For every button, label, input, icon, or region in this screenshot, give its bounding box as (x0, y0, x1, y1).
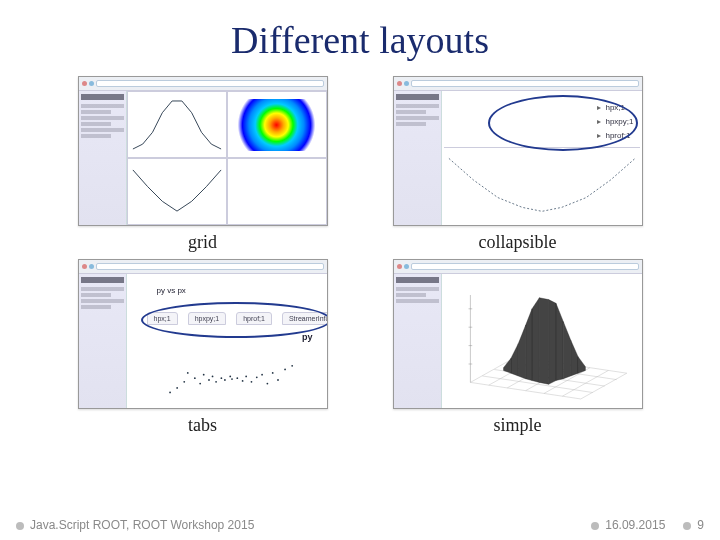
svg-point-2 (183, 381, 185, 383)
screenshot-grid (78, 76, 328, 226)
svg-point-1 (176, 387, 178, 389)
svg-point-12 (229, 376, 231, 378)
svg-marker-37 (539, 298, 548, 384)
plot-parabola (444, 147, 640, 222)
svg-marker-42 (518, 325, 525, 378)
svg-marker-43 (563, 322, 570, 379)
caption-grid: grid (188, 232, 217, 253)
caption-collapsible: collapsible (479, 232, 557, 253)
svg-marker-44 (510, 344, 517, 376)
caption-simple: simple (494, 415, 542, 436)
plot-gaussian (127, 91, 227, 158)
tab-header: py vs px (157, 286, 186, 295)
browser-chrome (79, 77, 327, 91)
svg-point-4 (193, 377, 195, 379)
plot-empty (227, 158, 327, 225)
svg-point-15 (241, 380, 243, 382)
svg-point-5 (199, 383, 201, 385)
caption-tabs: tabs (188, 415, 217, 436)
footer-date: 16.09.2015 (591, 518, 665, 532)
svg-point-17 (250, 381, 252, 383)
plot-scatter (157, 357, 307, 401)
sidebar (394, 91, 442, 225)
footer-left: Java.Script ROOT, ROOT Workshop 2015 (16, 518, 254, 532)
panel-grid: grid (60, 76, 345, 253)
svg-marker-40 (525, 309, 531, 381)
svg-point-7 (208, 379, 210, 381)
panel-simple: simple (375, 259, 660, 436)
browser-chrome (394, 77, 642, 91)
svg-point-19 (261, 374, 263, 376)
browser-chrome (79, 260, 327, 274)
plot-profile (127, 158, 227, 225)
svg-point-24 (291, 365, 293, 367)
scatter-axis-label: py (302, 332, 313, 342)
screenshot-simple (393, 259, 643, 409)
sidebar (79, 274, 127, 408)
annotation-ellipse (488, 95, 638, 151)
svg-point-16 (245, 376, 247, 378)
plot-3d-lego (452, 280, 636, 402)
annotation-ellipse (141, 302, 328, 338)
svg-point-13 (231, 378, 233, 380)
svg-marker-45 (570, 340, 577, 376)
svg-marker-47 (578, 357, 585, 374)
heatmap-icon (237, 99, 315, 151)
svg-point-8 (211, 376, 213, 378)
svg-point-9 (215, 381, 217, 383)
svg-marker-41 (555, 303, 562, 380)
svg-line-25 (470, 382, 580, 399)
svg-point-18 (255, 377, 257, 379)
screenshot-tabs: py vs px hpx;1 hpxpy;1 hprof;1 StreamerI… (78, 259, 328, 409)
browser-chrome (394, 260, 642, 274)
svg-point-0 (169, 392, 171, 394)
svg-point-22 (277, 379, 279, 381)
plot-heatmap (227, 91, 327, 158)
panel-collapsible: hpx;1 hpxpy;1 hprof;1 collapsible (375, 76, 660, 253)
svg-point-6 (202, 374, 204, 376)
svg-point-21 (271, 372, 273, 374)
svg-point-23 (284, 369, 286, 371)
sidebar (394, 274, 442, 408)
svg-marker-39 (532, 298, 539, 383)
svg-point-14 (236, 377, 238, 379)
footer-page: 9 (683, 518, 704, 532)
panel-tabs: py vs px hpx;1 hpxpy;1 hprof;1 StreamerI… (60, 259, 345, 436)
svg-point-3 (186, 372, 188, 374)
svg-marker-46 (503, 358, 510, 373)
svg-point-11 (224, 379, 226, 381)
slide-footer: Java.Script ROOT, ROOT Workshop 2015 16.… (0, 518, 720, 532)
svg-point-10 (220, 377, 222, 379)
layout-grid: grid hpx;1 hpxpy;1 hprof;1 (0, 76, 720, 436)
page-title: Different layouts (0, 18, 720, 62)
svg-marker-38 (548, 300, 555, 385)
screenshot-collapsible: hpx;1 hpxpy;1 hprof;1 (393, 76, 643, 226)
svg-point-20 (266, 383, 268, 385)
sidebar (79, 91, 127, 225)
